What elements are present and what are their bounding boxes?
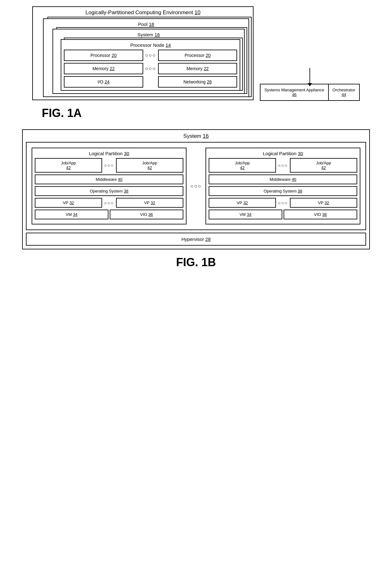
vp-right-1: VP 32 bbox=[209, 198, 276, 208]
memory-box-right: Memory 22 bbox=[158, 63, 237, 74]
vp-dots-right: ○○○ bbox=[277, 200, 289, 205]
fig1a-label: FIG. 1A bbox=[42, 107, 82, 120]
lp-env-title: Logically-Partitioned Computing Environm… bbox=[35, 9, 250, 16]
jobapp-right-2: Job/App42 bbox=[290, 158, 357, 173]
io-box: I/O 24 bbox=[64, 76, 143, 88]
pool-outer-label: Pool 18 bbox=[46, 21, 246, 27]
jobapp-dots-right: ○○○ bbox=[277, 163, 289, 168]
jobapp-row-right: Job/App42 ○○○ Job/App42 bbox=[209, 158, 357, 173]
os-right: Operating System 38 bbox=[209, 186, 357, 196]
processor-box-right: Processor 20 bbox=[158, 50, 237, 61]
fig1a-section: Logically-Partitioned Computing Environm… bbox=[6, 6, 386, 120]
mgmt-box: Systems Management Appliance46 Orchestra… bbox=[260, 84, 360, 101]
vm-left: VM 34 bbox=[35, 210, 108, 219]
fig1b-diagram: System 16 Logical Partition 30 Job/App42 bbox=[22, 129, 370, 249]
vp-row-right: VP 32 ○○○ VP 32 bbox=[209, 198, 357, 208]
vp-row-left: VP 32 ○○○ VP 32 bbox=[35, 198, 183, 208]
hypervisor-box: Hypervisor 28 bbox=[26, 233, 366, 246]
os-left: Operating System 38 bbox=[35, 186, 183, 196]
lp-env-num: 10 bbox=[194, 9, 200, 15]
page-container: Logically-Partitioned Computing Environm… bbox=[6, 6, 386, 269]
vp-left-1: VP 32 bbox=[35, 198, 102, 208]
networking-box: Networking 26 bbox=[158, 76, 237, 88]
vp-left-2: VP 32 bbox=[116, 198, 183, 208]
vio-right: VIO 36 bbox=[284, 210, 357, 219]
jobapp-left-1: Job/App42 bbox=[35, 158, 102, 173]
lp-box-left: Logical Partition 30 Job/App42 ○○○ Job/A… bbox=[32, 148, 187, 224]
jobapp-dots-left: ○○○ bbox=[103, 163, 115, 168]
lp-left-label: Logical Partition 30 bbox=[35, 151, 183, 156]
lp-box-right: Logical Partition 30 Job/App42 ○○○ Job/A… bbox=[205, 148, 360, 224]
arrow-down bbox=[309, 68, 310, 84]
vmvio-row-right: VM 34 VIO 36 bbox=[209, 210, 357, 219]
vp-dots-left: ○○○ bbox=[103, 200, 115, 205]
system16-box: Logical Partition 30 Job/App42 ○○○ Job/A… bbox=[26, 142, 366, 230]
mgmt-appliance: Systems Management Appliance46 bbox=[260, 84, 328, 100]
orchestrator-box: Orchestrator44 bbox=[329, 84, 359, 100]
fig1b-system-title: System 16 bbox=[26, 133, 366, 139]
lp-right-label: Logical Partition 30 bbox=[209, 151, 357, 156]
vp-right-2: VP 32 bbox=[290, 198, 357, 208]
jobapp-right-1: Job/App42 bbox=[209, 158, 276, 173]
proc-node-outer-label: Processor Node 14 bbox=[64, 42, 237, 48]
hardware-grid: Processor 20 ○○○ Processor 20 bbox=[64, 50, 237, 88]
lp-sep-dots: ○○○ bbox=[190, 183, 202, 189]
memory-dots: ○○○ bbox=[145, 66, 156, 71]
jobapp-left-2: Job/App42 bbox=[116, 158, 183, 173]
lp-row: Logical Partition 30 Job/App42 ○○○ Job/A… bbox=[29, 145, 363, 227]
fig1b-label: FIG. 1B bbox=[176, 256, 216, 269]
vio-left: VIO 36 bbox=[110, 210, 183, 219]
fig1a-diagram: Logically-Partitioned Computing Environm… bbox=[32, 6, 254, 100]
jobapp-row-left: Job/App42 ○○○ Job/App42 bbox=[35, 158, 183, 173]
middleware-right: Middleware 40 bbox=[209, 174, 357, 184]
middleware-left: Middleware 40 bbox=[35, 174, 183, 184]
vm-right: VM 34 bbox=[209, 210, 282, 219]
processor-box-left: Processor 20 bbox=[64, 50, 143, 61]
processor-dots: ○○○ bbox=[145, 52, 156, 58]
fig1b-section: System 16 Logical Partition 30 Job/App42 bbox=[6, 129, 386, 269]
system-outer-label: System 16 bbox=[56, 32, 242, 37]
fig1a-right: Systems Management Appliance46 Orchestra… bbox=[260, 68, 360, 101]
vmvio-row-left: VM 34 VIO 36 bbox=[35, 210, 183, 219]
memory-box-left: Memory 22 bbox=[64, 63, 143, 74]
